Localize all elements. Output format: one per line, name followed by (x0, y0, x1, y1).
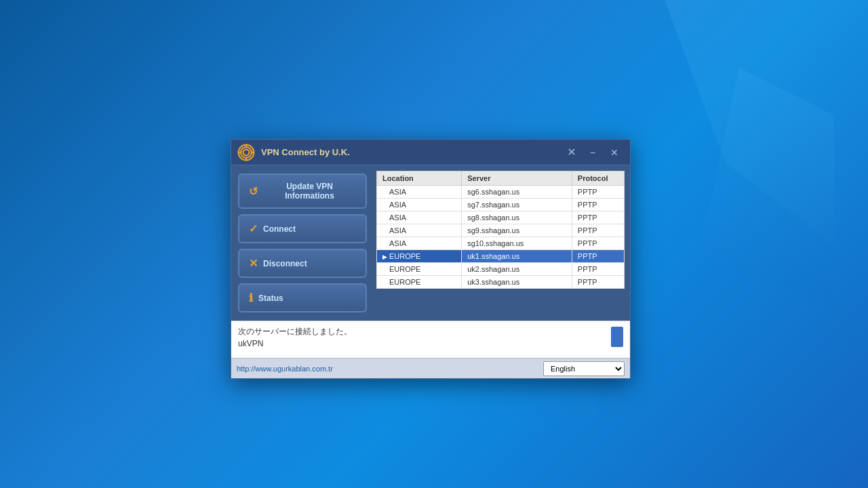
svg-point-1 (241, 147, 252, 158)
refresh-icon: ↺ (249, 185, 258, 198)
row-server-cell: uk2.sshagan.us (462, 263, 572, 276)
table-row[interactable]: ▶EUROPEuk1.sshagan.usPPTP (377, 250, 625, 263)
col-location: Location (377, 171, 462, 186)
connect-button-label: Connect (263, 224, 296, 234)
row-server-cell: sg10.sshagan.us (462, 237, 572, 250)
table-row[interactable]: ▶EUROPEuk3.sshagan.usPPTP (377, 276, 625, 289)
row-server-cell: uk3.sshagan.us (462, 276, 572, 289)
row-expand-cell: ▶ASIA (377, 186, 462, 199)
status-indicator (611, 327, 623, 347)
row-protocol-cell: PPTP (572, 186, 624, 199)
row-server-cell: sg7.sshagan.us (462, 199, 572, 211)
row-server-cell: sg6.sshagan.us (462, 186, 572, 199)
connect-button[interactable]: ✓ Connect (238, 214, 367, 243)
main-content: ↺ Update VPN Informations ✓ Connect ✕ Di… (231, 165, 630, 321)
table-row[interactable]: ▶ASIAsg6.sshagan.usPPTP (377, 186, 625, 199)
status-bar: 次のサーバーに接続しました。 ukVPN (231, 321, 630, 358)
server-table-panel: Location Server Protocol ▶ASIAsg6.sshaga… (374, 165, 630, 321)
server-table: Location Server Protocol ▶ASIAsg6.sshaga… (376, 171, 625, 289)
footer: http://www.ugurkablan.com.tr English Jap… (231, 358, 630, 378)
table-row[interactable]: ▶ASIAsg9.sshagan.usPPTP (377, 224, 625, 237)
minimize-button[interactable]: − (583, 144, 603, 161)
status-line1: 次のサーバーに接続しました。 (238, 325, 606, 338)
status-button[interactable]: ℹ Status (238, 283, 367, 312)
row-expand-cell: ▶ASIA (377, 199, 462, 211)
disconnect-button[interactable]: ✕ Disconnect (238, 249, 367, 278)
restore-icon (567, 148, 575, 157)
status-message: 次のサーバーに接続しました。 ukVPN (238, 325, 606, 350)
row-expand-cell: ▶ASIA (377, 224, 462, 237)
row-expand-cell: ▶EUROPE (377, 250, 462, 263)
row-expand-cell: ▶ASIA (377, 237, 462, 250)
row-protocol-cell: PPTP (572, 211, 624, 224)
row-server-cell: sg8.sshagan.us (462, 211, 572, 224)
status-line2: ukVPN (238, 338, 606, 350)
app-window: VPN Connect by U.K. − ✕ ↺ Update VPN Inf… (231, 139, 631, 379)
status-button-label: Status (258, 293, 283, 303)
check-icon: ✓ (249, 222, 258, 235)
row-expand-cell: ▶EUROPE (377, 276, 462, 289)
svg-point-2 (243, 149, 250, 155)
row-expand-cell: ▶ASIA (377, 211, 462, 224)
table-row[interactable]: ▶ASIAsg7.sshagan.usPPTP (377, 199, 625, 211)
table-header-row: Location Server Protocol (377, 171, 625, 186)
row-server-cell: uk1.sshagan.us (462, 250, 572, 263)
update-button-label: Update VPN Informations (263, 182, 356, 201)
table-row[interactable]: ▶ASIAsg10.sshagan.usPPTP (377, 237, 625, 250)
disconnect-button-label: Disconnect (263, 259, 307, 268)
row-protocol-cell: PPTP (572, 250, 624, 263)
update-button[interactable]: ↺ Update VPN Informations (238, 174, 367, 209)
table-row[interactable]: ▶ASIAsg8.sshagan.usPPTP (377, 211, 625, 224)
info-icon: ℹ (249, 291, 253, 304)
restore-button[interactable] (561, 144, 581, 161)
left-panel: ↺ Update VPN Informations ✓ Connect ✕ Di… (231, 165, 374, 321)
row-protocol-cell: PPTP (572, 224, 624, 237)
minimize-icon: − (590, 147, 595, 158)
footer-link[interactable]: http://www.ugurkablan.com.tr (237, 365, 333, 373)
col-server: Server (462, 171, 572, 186)
row-protocol-cell: PPTP (572, 237, 624, 250)
window-title: VPN Connect by U.K. (261, 147, 561, 157)
cross-icon: ✕ (249, 257, 258, 270)
window-controls: − ✕ (561, 144, 625, 161)
col-protocol: Protocol (572, 171, 624, 186)
title-bar: VPN Connect by U.K. − ✕ (231, 140, 630, 165)
row-protocol-cell: PPTP (572, 276, 624, 289)
row-protocol-cell: PPTP (572, 199, 624, 211)
close-icon: ✕ (610, 147, 618, 158)
row-server-cell: sg9.sshagan.us (462, 224, 572, 237)
table-row[interactable]: ▶EUROPEuk2.sshagan.usPPTP (377, 263, 625, 276)
row-expand-cell: ▶EUROPE (377, 263, 462, 276)
language-select[interactable]: English Japanese Turkish (543, 361, 625, 376)
row-protocol-cell: PPTP (572, 263, 624, 276)
app-logo-icon (237, 143, 256, 162)
close-button[interactable]: ✕ (604, 144, 625, 161)
